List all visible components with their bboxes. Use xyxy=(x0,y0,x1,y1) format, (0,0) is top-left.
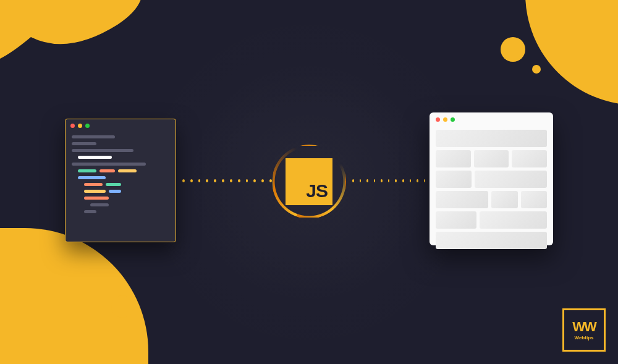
code-editor-window xyxy=(65,119,176,242)
javascript-logo: JS xyxy=(286,158,332,205)
layout-tile xyxy=(521,191,548,208)
minimize-icon xyxy=(443,117,447,122)
layout-tile xyxy=(512,150,547,167)
code-line xyxy=(78,169,96,172)
code-line xyxy=(84,197,109,200)
layout-row xyxy=(436,171,547,188)
close-icon xyxy=(70,124,75,128)
code-line xyxy=(90,203,109,206)
js-label: JS xyxy=(306,180,328,201)
code-line xyxy=(78,156,112,159)
decor-blob-top-right xyxy=(525,0,618,105)
layout-tile xyxy=(436,130,547,147)
layout-tile xyxy=(436,232,547,249)
code-line xyxy=(78,176,106,179)
webtips-logo: WW Webtips xyxy=(562,308,606,352)
decor-dot-bottom xyxy=(111,295,133,318)
code-line xyxy=(72,142,96,145)
layout-tile xyxy=(480,211,547,229)
layout-tile xyxy=(436,191,488,208)
layout-row xyxy=(436,232,547,249)
window-titlebar xyxy=(66,119,176,132)
maximize-icon xyxy=(85,124,90,128)
code-line xyxy=(109,190,121,193)
layout-tile xyxy=(474,150,509,167)
connector-dots-left xyxy=(182,179,272,183)
code-line xyxy=(72,149,133,152)
layout-row xyxy=(436,150,547,167)
code-line xyxy=(72,163,146,166)
decor-blob-top-left xyxy=(0,0,154,87)
layout-row xyxy=(436,191,547,208)
layout-tile xyxy=(436,171,472,188)
layout-grid xyxy=(430,126,553,253)
layout-tile xyxy=(475,171,547,188)
window-titlebar xyxy=(430,112,553,126)
code-line xyxy=(84,190,106,193)
layout-row xyxy=(436,211,547,229)
layout-row xyxy=(436,130,547,147)
code-body xyxy=(66,132,176,221)
code-line xyxy=(84,210,96,213)
code-line xyxy=(84,183,103,186)
logo-text: WW xyxy=(572,320,596,334)
code-line xyxy=(99,169,115,172)
close-icon xyxy=(436,117,440,122)
minimize-icon xyxy=(78,124,82,128)
layout-tile xyxy=(436,150,471,167)
code-line xyxy=(72,135,115,138)
layout-tile xyxy=(491,191,518,208)
decor-dot xyxy=(501,37,525,62)
connector-dots-right xyxy=(352,179,433,183)
maximize-icon xyxy=(451,117,455,122)
code-line xyxy=(118,169,137,172)
layout-tile xyxy=(436,211,476,229)
code-line xyxy=(106,183,121,186)
decor-dot-small xyxy=(532,65,541,74)
logo-subtitle: Webtips xyxy=(575,335,594,341)
browser-window xyxy=(430,112,553,245)
